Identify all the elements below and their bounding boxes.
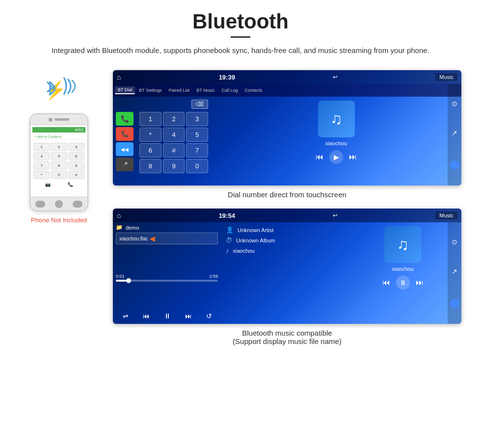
phone-key[interactable]: 8 [51,161,67,170]
screens-section: ⌂ 19:39 ↩ Music BT Dial BT Settings Pair… [113,70,461,345]
prev-btn[interactable]: ⏮ [316,153,323,161]
phone-key[interactable]: 6 [68,152,84,160]
phone-key[interactable]: # [68,171,84,179]
phone-back-btn [35,201,45,208]
music-album-art: ♫ [318,101,355,137]
repeat-icon[interactable]: ↺ [206,312,212,320]
phone-key[interactable]: 7 [33,161,50,170]
file-arrow-icon: ◀ [150,235,155,242]
cs-side-icons: ⊙ ↗ ⬤ [448,84,461,185]
home-icon-2: ⌂ [117,211,121,219]
mute-btn[interactable]: ◀◀ [116,142,134,156]
caption-line-2: (Support display music file name) [233,337,342,345]
pause-icon[interactable]: ⏸ [164,312,171,320]
num-key-7[interactable]: 7 [186,143,208,158]
tab-paired-list[interactable]: Paired List [166,87,193,94]
num-key-0[interactable]: 0 [186,159,208,173]
side-icon-1: ⊙ [452,100,457,107]
dialpad-area: 📞 📞 ◀◀ 🎤 1 2 3 * [116,112,208,173]
bluetooth-icon-area: ⚡ [39,75,79,109]
tab-call-log[interactable]: Call Log [219,87,241,94]
call-btn[interactable]: 📞 [116,112,134,126]
play-btn[interactable]: ▶ [329,150,343,164]
shuffle-icon[interactable]: ⇌ [123,312,129,320]
prev-track-icon[interactable]: ⏮ [143,312,150,320]
phone-screen: MISC + Add to Contacts 1 2 3 4 5 6 7 8 9… [30,125,87,197]
phone-bottom-bar [30,197,87,211]
album-icon: ⏱ [226,237,232,244]
folder-row: 📁 demo [116,224,218,231]
num-key-2[interactable]: 2 [163,112,185,126]
side-icon-2-1: ⊙ [452,238,457,246]
cs2-right: ♫ xiaochou ⏮ ⏸ ⏭ [344,222,461,310]
side-icon-3: ⬤ [450,159,459,170]
phone-key[interactable]: 4 [33,152,50,160]
playback-icons: ⇌ ⏮ ⏸ ⏭ ↺ [116,312,219,320]
num-key-hash[interactable]: # [163,143,185,158]
backspace-btn[interactable]: ⌫ [191,100,208,109]
num-key-6[interactable]: 6 [139,143,161,158]
time-end: 2:59 [209,274,218,279]
phone-key[interactable]: 5 [51,152,67,160]
num-key-1[interactable]: 1 [139,112,161,126]
num-key-8[interactable]: 8 [139,159,161,173]
num-key-3[interactable]: 3 [186,112,208,126]
call-buttons: 📞 📞 ◀◀ 🎤 [116,112,134,173]
music-controls: ⏮ ▶ ⏭ [316,150,357,164]
mic-btn[interactable]: 🎤 [116,158,134,171]
cs-body-1: ⌫ 📞 📞 ◀◀ 🎤 [113,97,461,172]
meta-track-row: ♪ xiaochou [226,247,339,254]
cs-time-2: 19:54 [219,212,235,219]
progress-bar[interactable] [116,280,218,282]
time-start: 0:01 [116,274,125,279]
meta-album-row: ⏱ Unknown Album [226,237,339,244]
prev-btn-2[interactable]: ⏮ [382,278,390,287]
phone-key[interactable]: 0 [51,171,67,179]
num-key-star[interactable]: * [139,128,161,142]
cs-header-1: ⌂ 19:39 ↩ Music [113,70,461,84]
tab-contacts[interactable]: Contacts [242,87,266,94]
screen-block-2: ⌂ 19:54 ↩ Music 📁 demo x [113,209,461,345]
phone-key[interactable]: 9 [68,161,84,170]
phone-key[interactable]: * [33,171,50,179]
track-label: xiaochou [233,248,255,254]
next-btn[interactable]: ⏭ [349,153,357,161]
time-row: 0:01 2:59 [116,274,218,279]
screen-caption-1: Dial number direct from touchscreen [228,190,347,199]
num-key-5[interactable]: 5 [186,128,208,142]
numpad-grid: 1 2 3 * 4 5 6 # 7 8 [139,112,208,173]
cs2-center: 👤 Unknown Artist ⏱ Unknown Album ♪ xiaoc… [221,222,344,310]
folder-name: demo [126,225,139,231]
num-key-9[interactable]: 9 [163,159,185,173]
next-track-icon[interactable]: ⏭ [185,312,192,320]
phone-add-contact: + Add to Contacts [32,134,85,140]
file-row: xiaochou.flac ◀ [116,233,218,244]
album-label: Unknown Album [236,237,275,243]
next-btn-2[interactable]: ⏭ [416,278,424,287]
artist-icon: 👤 [226,226,234,234]
phone-screen-bar: MISC [32,127,85,132]
phone-camera [49,118,53,122]
wifi-waves-icon [59,75,79,103]
tab-bt-settings[interactable]: BT Settings [136,87,164,94]
pause-btn-2[interactable]: ⏸ [396,276,410,290]
cs2-left: 📁 demo xiaochou.flac ◀ 0:01 [113,222,221,310]
tab-bt-dial[interactable]: BT Dial [115,86,135,94]
page-container: Bluetooth Integrated with Bluetooth modu… [0,0,481,380]
phone-key[interactable]: 3 [68,143,84,151]
tab-bt-music[interactable]: BT Music [193,87,217,94]
car-screen-2: ⌂ 19:54 ↩ Music 📁 demo x [113,209,461,324]
cs2-body: 📁 demo xiaochou.flac ◀ 0:01 [113,222,461,310]
end-call-btn[interactable]: 📞 [116,127,134,141]
cs-time-1: 19:39 [219,74,235,81]
back-icon-2: ↩ [333,212,338,219]
cs-header-2: ⌂ 19:54 ↩ Music [113,209,461,222]
phone-not-included-label: Phone Not Included [31,216,87,224]
artist-label: Unknown Artist [238,227,273,233]
cs-right-1: ♫ xiaochou ⏮ ▶ ⏭ [211,97,461,172]
num-key-4[interactable]: 4 [163,128,185,142]
progress-area: 0:01 2:59 [116,274,218,282]
phone-key[interactable]: 1 [33,143,50,151]
cs2-side-icons: ⊙ ↗ ⬤ [448,222,461,324]
phone-key[interactable]: 2 [51,143,67,151]
